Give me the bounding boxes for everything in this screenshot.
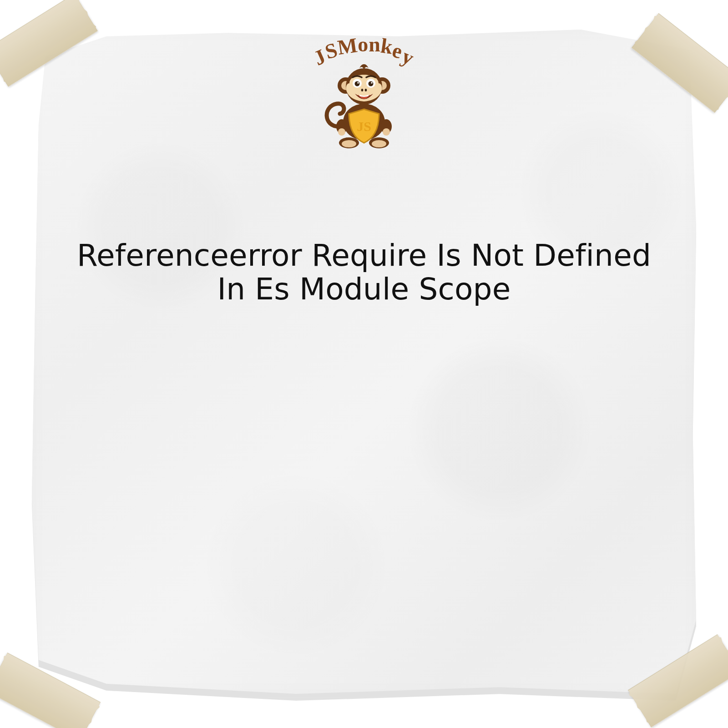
svg-point-4 [372, 140, 386, 147]
svg-point-3 [342, 140, 356, 147]
headline-text: Referenceerror Require Is Not Defined In… [25, 239, 703, 306]
svg-point-18 [357, 82, 359, 84]
svg-point-20 [361, 89, 364, 91]
svg-point-7 [338, 128, 345, 136]
poster-stage: JSMonkey JS [0, 0, 728, 728]
svg-point-16 [355, 81, 360, 86]
logo-badge-text: JS [357, 119, 371, 134]
svg-point-17 [369, 81, 374, 86]
svg-point-8 [383, 128, 390, 136]
logo-wordmark: JSMonkey [296, 32, 432, 56]
monkey-icon: JS [321, 58, 407, 149]
svg-point-19 [371, 82, 373, 84]
svg-point-21 [365, 89, 367, 91]
logo: JSMonkey JS [296, 30, 432, 149]
